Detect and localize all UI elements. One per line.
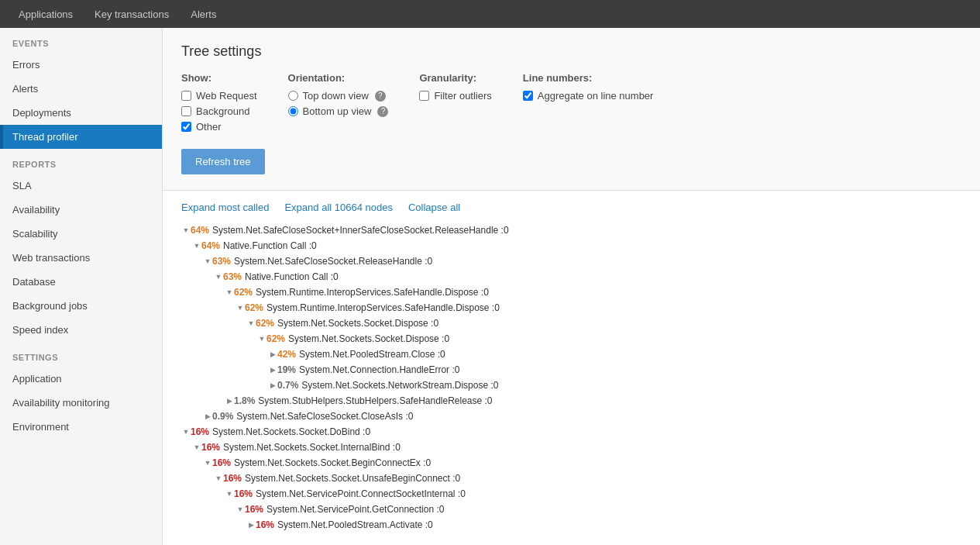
tree-row: ▶16%System.Net.PooledStream.Activate :0 <box>181 517 980 533</box>
checkbox-web-request-input[interactable] <box>181 91 191 101</box>
bottom-up-info-icon[interactable]: ? <box>377 106 388 117</box>
checkbox-filter-outliers[interactable]: Filter outliers <box>419 90 491 102</box>
expand-icon[interactable]: ▶ <box>246 521 256 529</box>
expand-icon[interactable]: ▼ <box>192 242 201 250</box>
checkbox-background-input[interactable] <box>181 106 191 116</box>
sidebar-item-thread-profiler[interactable]: Thread profiler <box>0 125 162 149</box>
nav-applications[interactable]: Applications <box>8 2 84 26</box>
checkbox-aggregate-line-input[interactable] <box>523 91 533 101</box>
expand-icon[interactable]: ▼ <box>236 505 245 513</box>
percent-value: 19% <box>277 364 296 375</box>
sidebar-item-web-transactions[interactable]: Web transactions <box>0 246 162 270</box>
tree-settings-panel: Tree settings Show: Web Request Backgrou… <box>163 28 980 191</box>
nav-alerts[interactable]: Alerts <box>180 2 227 26</box>
tree-row: ▼63%Native.Function Call :0 <box>181 269 980 285</box>
checkbox-other-label: Other <box>196 121 222 133</box>
checkbox-web-request[interactable]: Web Request <box>181 90 257 102</box>
expand-icon[interactable]: ▼ <box>192 443 201 451</box>
expand-icon[interactable]: ▼ <box>203 459 212 467</box>
sidebar-item-background-jobs[interactable]: Background jobs <box>0 294 162 318</box>
checkbox-aggregate-line-label: Aggregate on line number <box>538 90 654 102</box>
node-label: System.Net.Sockets.Socket.Dispose :0 <box>277 318 438 329</box>
percent-value: 63% <box>223 271 242 282</box>
nav-key-transactions[interactable]: Key transactions <box>84 2 180 26</box>
layout: EVENTS Errors Alerts Deployments Thread … <box>0 28 980 545</box>
expand-all-link[interactable]: Expand all 10664 nodes <box>284 202 393 213</box>
percent-value: 16% <box>245 504 263 515</box>
node-label: System.Net.Sockets.Socket.DoBind :0 <box>212 426 370 437</box>
expand-icon[interactable]: ▼ <box>225 288 234 296</box>
tree-content: ▼64%System.Net.SafeCloseSocket+InnerSafe… <box>163 219 980 536</box>
checkbox-aggregate-line[interactable]: Aggregate on line number <box>523 90 654 102</box>
expand-icon[interactable]: ▼ <box>181 226 191 234</box>
expand-icon[interactable]: ▶ <box>268 381 277 389</box>
tree-row: ▼16%System.Net.ServicePoint.GetConnectio… <box>181 502 980 517</box>
radio-bottom-up[interactable]: Bottom up view ? <box>288 105 389 117</box>
radio-top-down[interactable]: Top down view ? <box>288 90 389 102</box>
refresh-tree-button[interactable]: Refresh tree <box>181 149 265 174</box>
expand-icon[interactable]: ▼ <box>203 257 212 265</box>
checkbox-background-label: Background <box>196 105 249 117</box>
expand-icon[interactable]: ▼ <box>236 304 245 312</box>
top-down-info-icon[interactable]: ? <box>375 91 386 102</box>
tree-row: ▶1.8%System.StubHelpers.StubHelpers.Safe… <box>181 393 980 409</box>
tree-row: ▼62%System.Runtime.InteropServices.SafeH… <box>181 300 980 316</box>
collapse-all-link[interactable]: Collapse all <box>408 202 460 213</box>
sidebar-item-speed-index[interactable]: Speed index <box>0 318 162 342</box>
node-label: System.Runtime.InteropServices.SafeHandl… <box>256 287 489 298</box>
node-label: System.Net.ServicePoint.GetConnection :0 <box>266 504 444 515</box>
sidebar-item-availability[interactable]: Availability <box>0 198 162 222</box>
sidebar-item-database[interactable]: Database <box>0 270 162 294</box>
radio-bottom-up-input[interactable] <box>288 106 298 116</box>
sidebar-item-deployments[interactable]: Deployments <box>0 101 162 125</box>
checkbox-other[interactable]: Other <box>181 121 257 133</box>
tree-row: ▼16%System.Net.Sockets.Socket.BeginConne… <box>181 455 980 471</box>
checkbox-web-request-label: Web Request <box>196 90 257 102</box>
tree-row: ▼62%System.Runtime.InteropServices.SafeH… <box>181 285 980 300</box>
expand-icon[interactable]: ▼ <box>246 319 256 327</box>
node-label: System.Net.SafeCloseSocket.ReleaseHandle… <box>234 256 432 267</box>
expand-icon[interactable]: ▶ <box>268 350 277 358</box>
expand-icon[interactable]: ▼ <box>214 474 223 482</box>
sidebar-item-alerts[interactable]: Alerts <box>0 77 162 101</box>
tree-row: ▼16%System.Net.Sockets.Socket.InternalBi… <box>181 440 980 455</box>
percent-value: 16% <box>223 473 242 484</box>
expand-icon[interactable]: ▶ <box>203 412 212 420</box>
expand-icon[interactable]: ▼ <box>257 335 266 343</box>
percent-value: 16% <box>191 426 209 437</box>
settings-section-label: SETTINGS <box>0 342 162 367</box>
expand-icon[interactable]: ▼ <box>225 490 234 498</box>
percent-value: 0.9% <box>212 411 233 422</box>
checkbox-background[interactable]: Background <box>181 105 257 117</box>
percent-value: 16% <box>212 457 231 468</box>
sidebar-item-availability-monitoring[interactable]: Availability monitoring <box>0 391 162 415</box>
tree-row: ▶19%System.Net.Connection.HandleError :0 <box>181 362 980 378</box>
expand-icon[interactable]: ▼ <box>181 428 191 436</box>
expand-icon[interactable]: ▶ <box>225 397 234 405</box>
node-label: System.Net.PooledStream.Close :0 <box>299 349 445 360</box>
sidebar-item-errors[interactable]: Errors <box>0 53 162 77</box>
node-label: System.Runtime.InteropServices.SafeHandl… <box>266 302 500 313</box>
tree-row: ▼62%System.Net.Sockets.Socket.Dispose :0 <box>181 316 980 331</box>
percent-value: 16% <box>256 519 274 530</box>
node-label: System.Net.Sockets.Socket.BeginConnectEx… <box>234 457 431 468</box>
sidebar-item-scalability[interactable]: Scalability <box>0 222 162 246</box>
granularity-group: Granularity: Filter outliers <box>419 72 491 105</box>
expand-icon[interactable]: ▶ <box>268 366 277 374</box>
node-label: Native.Function Call :0 <box>245 271 339 282</box>
expand-icon[interactable]: ▼ <box>214 273 223 281</box>
expand-most-called-link[interactable]: Expand most called <box>181 202 269 213</box>
tree-row: ▶0.7%System.Net.Sockets.NetworkStream.Di… <box>181 378 980 393</box>
settings-row: Show: Web Request Background Other <box>181 72 961 136</box>
percent-value: 62% <box>234 287 253 298</box>
top-nav: Applications Key transactions Alerts <box>0 0 980 28</box>
checkbox-filter-outliers-input[interactable] <box>419 91 429 101</box>
checkbox-other-input[interactable] <box>181 122 191 132</box>
percent-value: 62% <box>256 318 274 329</box>
radio-top-down-label: Top down view <box>303 90 369 102</box>
sidebar-item-environment[interactable]: Environment <box>0 415 162 439</box>
sidebar-item-sla[interactable]: SLA <box>0 174 162 198</box>
node-label: Native.Function Call :0 <box>223 240 317 251</box>
sidebar-item-application[interactable]: Application <box>0 367 162 391</box>
radio-top-down-input[interactable] <box>288 91 298 101</box>
